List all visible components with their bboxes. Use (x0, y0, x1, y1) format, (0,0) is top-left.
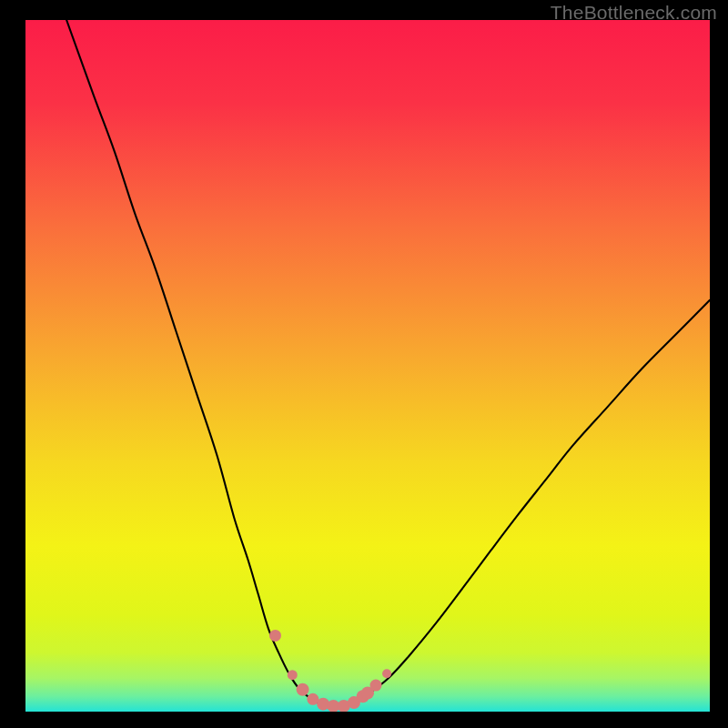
data-marker (382, 669, 391, 678)
chart-frame: TheBottleneck.com (0, 0, 728, 728)
data-marker (269, 630, 281, 642)
gradient-background (25, 20, 710, 712)
watermark-text: TheBottleneck.com (551, 2, 717, 24)
chart-svg (25, 20, 710, 712)
plot-area (25, 20, 710, 712)
data-marker (297, 683, 309, 696)
data-marker (370, 680, 382, 692)
data-marker (288, 670, 298, 680)
